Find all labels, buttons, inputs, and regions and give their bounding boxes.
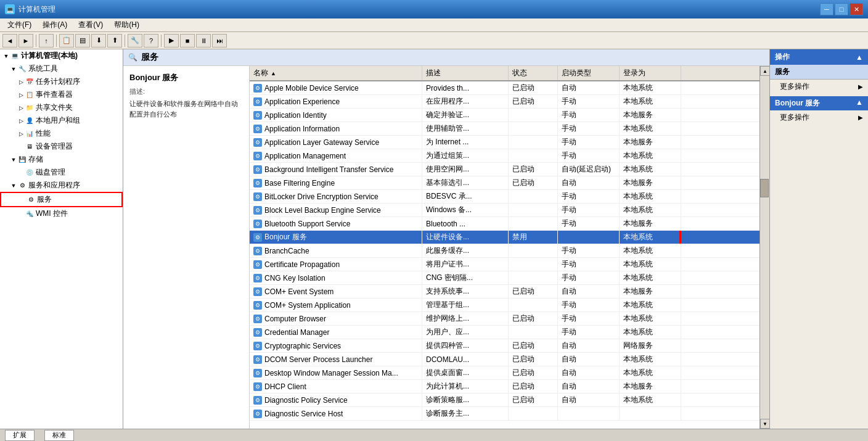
properties-button[interactable]: 🔧	[128, 34, 142, 47]
cell-desc: 支持系统事...	[422, 285, 509, 298]
table-row[interactable]: ⚙COM+ System Application管理基于组...手动本地系统	[250, 299, 760, 312]
right-bonjour-arrow: ▲	[856, 98, 863, 109]
show-hide-button[interactable]: 📋	[59, 34, 74, 47]
close-button[interactable]: ✕	[850, 3, 863, 15]
export-button[interactable]: ⬆	[107, 34, 122, 47]
tree-task-scheduler[interactable]: ▷ 📅 任务计划程序	[0, 75, 123, 88]
cell-name: ⚙Bonjour 服务	[250, 231, 422, 244]
import-button[interactable]: ⬇	[91, 34, 106, 47]
cell-login: 本地服务	[620, 217, 681, 230]
table-row[interactable]: ⚙Application Experience在应用程序...已启动手动本地系统	[250, 95, 760, 109]
cell-status	[509, 204, 558, 216]
table-row[interactable]: ⚙BitLocker Drive Encryption ServiceBDESV…	[250, 190, 760, 204]
table-row[interactable]: ⚙Application Information使用辅助管...手动本地系统	[250, 122, 760, 136]
table-row[interactable]: ⚙Cryptographic Services提供四种管...已启动自动网络服务	[250, 339, 760, 353]
task-icon: 📅	[25, 77, 35, 87]
table-row[interactable]: ⚙Application Layer Gateway Service为 Inte…	[250, 136, 760, 149]
col-status[interactable]: 状态	[509, 66, 558, 80]
table-row[interactable]: ⚙Block Level Backup Engine ServiceWindow…	[250, 204, 760, 217]
tree-storage[interactable]: ▼ 💾 存储	[0, 153, 123, 166]
tree-root[interactable]: ▼ 💻 计算机管理(本地)	[0, 49, 123, 62]
table-row[interactable]: ⚙Base Filtering Engine基本筛选引...已启动自动本地服务	[250, 176, 760, 190]
task-expand: ▷	[17, 79, 25, 85]
table-row[interactable]: ⚙Desktop Window Manager Session Ma...提供桌…	[250, 366, 760, 380]
cell-status: 已启动	[509, 312, 558, 325]
scroll-down-button[interactable]: ▼	[760, 419, 769, 429]
table-row[interactable]: ⚙Diagnostic Service Host诊断服务主...	[250, 407, 760, 421]
col-login[interactable]: 登录为	[620, 66, 681, 80]
tree-event-viewer[interactable]: ▷ 📋 事件查看器	[0, 88, 123, 101]
tab-expand[interactable]: 扩展	[5, 430, 35, 441]
cell-desc: Provides th...	[422, 81, 509, 94]
tree-device-manager[interactable]: 🖥 设备管理器	[0, 140, 123, 153]
scroll-track[interactable]	[760, 76, 769, 419]
menu-help[interactable]: 帮助(H)	[109, 19, 144, 31]
tree-shared-folders[interactable]: ▷ 📁 共享文件夹	[0, 101, 123, 114]
table-row[interactable]: ⚙DCOM Server Process LauncherDCOMLAU...已…	[250, 353, 760, 366]
right-more-actions-1[interactable]: 更多操作 ▶	[770, 80, 868, 94]
cell-name-text: DHCP Client	[264, 382, 306, 391]
col-desc[interactable]: 描述	[422, 66, 509, 80]
cell-name-text: Application Experience	[264, 97, 340, 106]
table-row[interactable]: ⚙Application Identity确定并验证...手动本地服务	[250, 109, 760, 122]
stop-button[interactable]: ■	[180, 34, 195, 47]
tree-local-users[interactable]: ▷ 👤 本地用户和组	[0, 114, 123, 127]
help-button[interactable]: ?	[144, 34, 158, 47]
table-row[interactable]: ⚙Bonjour 服务让硬件设备...禁用本地系统	[250, 231, 760, 244]
vertical-scrollbar[interactable]: ▲ ▼	[760, 66, 769, 429]
cell-desc: BDESVC 承...	[422, 190, 509, 203]
play-button[interactable]: ▶	[164, 34, 179, 47]
table-row[interactable]: ⚙DHCP Client为此计算机...已启动自动本地服务	[250, 380, 760, 394]
table-row[interactable]: ⚙Background Intelligent Transfer Service…	[250, 163, 760, 176]
table-row[interactable]: ⚙CNG Key IsolationCNG 密钥隔...手动本地系统	[250, 271, 760, 285]
table-body: ⚙Apple Mobile Device ServiceProvides th.…	[250, 81, 760, 421]
service-row-icon: ⚙	[253, 274, 262, 282]
menu-view[interactable]: 查看(V)	[73, 19, 108, 31]
show-button[interactable]: ▤	[75, 34, 90, 47]
back-button[interactable]: ◄	[2, 34, 17, 47]
tree-wmi[interactable]: 🔩 WMI 控件	[0, 207, 123, 220]
tree-services-apps[interactable]: ▼ ⚙ 服务和应用程序	[0, 179, 123, 192]
table-row[interactable]: ⚙BranchCache此服务缓存...手动本地系统	[250, 244, 760, 258]
menu-file[interactable]: 文件(F)	[2, 19, 36, 31]
cell-desc: 诊断服务主...	[422, 407, 509, 420]
table-row[interactable]: ⚙Bluetooth Support ServiceBluetooth ...手…	[250, 217, 760, 231]
minimize-button[interactable]: ─	[820, 3, 833, 15]
table-row[interactable]: ⚙Diagnostic Policy Service诊断策略服...已启动自动本…	[250, 394, 760, 407]
col-name[interactable]: 名称 ▲	[250, 66, 422, 80]
table-row[interactable]: ⚙Application Management为通过组策...手动本地系统	[250, 149, 760, 163]
menu-action[interactable]: 操作(A)	[38, 19, 72, 31]
cell-name-text: Cryptographic Services	[264, 342, 341, 350]
right-more-actions-2[interactable]: 更多操作 ▶	[770, 110, 868, 125]
scroll-up-button[interactable]: ▲	[760, 66, 769, 76]
cell-name: ⚙CNG Key Isolation	[250, 271, 422, 284]
table-row[interactable]: ⚙Computer Browser维护网络上...已启动手动本地系统	[250, 312, 760, 326]
cell-name: ⚙Certificate Propagation	[250, 258, 422, 271]
scroll-thumb[interactable]	[760, 179, 769, 197]
cell-startup: 手动	[558, 122, 620, 135]
col-startup[interactable]: 启动类型	[558, 66, 620, 80]
pause-button[interactable]: ⏸	[196, 34, 211, 47]
services-table-area: 名称 ▲ 描述 状态 启动类型 登录为 ⚙Apple Mobile Device…	[250, 66, 760, 429]
cell-name-text: Desktop Window Manager Session Ma...	[264, 369, 398, 377]
maximize-button[interactable]: □	[835, 3, 848, 15]
table-row[interactable]: ⚙Credential Manager为用户、应...手动本地系统	[250, 326, 760, 339]
table-row[interactable]: ⚙Certificate Propagation将用户证书...手动本地系统	[250, 258, 760, 271]
tree-disk-mgmt[interactable]: 💿 磁盘管理	[0, 166, 123, 179]
cell-name: ⚙Application Experience	[250, 95, 422, 108]
service-row-icon: ⚙	[253, 138, 262, 147]
window-controls: ─ □ ✕	[820, 3, 863, 15]
restart-button[interactable]: ⏭	[212, 34, 227, 47]
cell-name: ⚙Background Intelligent Transfer Service	[250, 163, 422, 176]
table-row[interactable]: ⚙COM+ Event System支持系统事...已启动自动本地服务	[250, 285, 760, 299]
tree-performance[interactable]: ▷ 📊 性能	[0, 127, 123, 140]
up-button[interactable]: ↑	[39, 34, 54, 47]
tree-system-tools[interactable]: ▼ 🔧 系统工具	[0, 62, 123, 75]
forward-button[interactable]: ►	[18, 34, 33, 47]
right-more-actions-1-label: 更多操作	[780, 81, 809, 92]
service-row-icon: ⚙	[253, 220, 262, 228]
tree-services[interactable]: ⚙ 服务	[0, 192, 123, 207]
table-row[interactable]: ⚙Apple Mobile Device ServiceProvides th.…	[250, 81, 760, 95]
cell-status: 禁用	[509, 231, 558, 244]
tab-standard[interactable]: 标准	[44, 430, 74, 441]
